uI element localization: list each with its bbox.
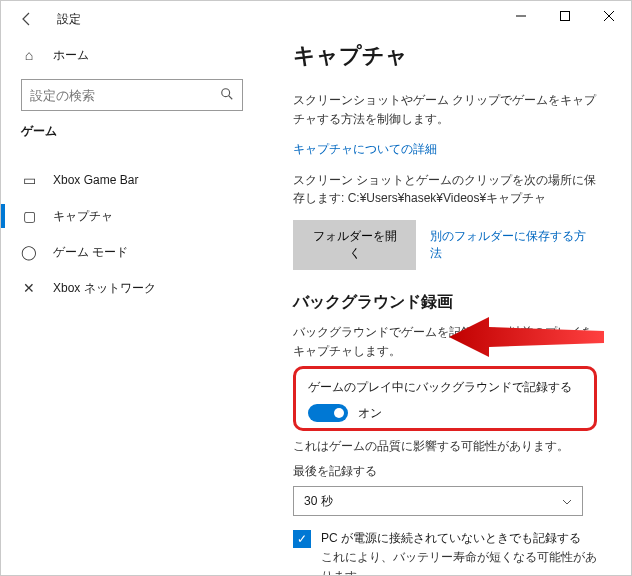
cb-on-battery-label: PC が電源に接続されていないときでも記録する bbox=[321, 530, 581, 547]
titlebar: 設定 bbox=[1, 1, 631, 37]
sidebar-item-label: Xbox ネットワーク bbox=[53, 280, 156, 297]
bg-desc: バックグラウンドでゲームを記録して、以前のプレイをキャプチャします。 bbox=[293, 323, 597, 360]
last-label: 最後を記録する bbox=[293, 462, 597, 481]
sidebar-item-label: ホーム bbox=[53, 47, 89, 64]
save-other-link[interactable]: 別のフォルダーに保存する方法 bbox=[430, 228, 597, 262]
page-title: キャプチャ bbox=[293, 41, 597, 71]
maximize-button[interactable] bbox=[543, 1, 587, 31]
bg-toggle-highlight: ゲームのプレイ中にバックグラウンドで記録する オン bbox=[293, 366, 597, 431]
svg-rect-1 bbox=[561, 12, 570, 21]
cb1-note: これにより、バッテリー寿命が短くなる可能性があります。 bbox=[321, 548, 597, 575]
sidebar-item-xbox-game-bar[interactable]: ▭ Xbox Game Bar bbox=[1, 162, 243, 198]
sidebar-item-game-mode[interactable]: ◯ ゲーム モード bbox=[1, 234, 243, 270]
last-duration-value: 30 秒 bbox=[304, 493, 333, 510]
last-duration-select[interactable]: 30 秒 bbox=[293, 486, 583, 516]
bg-toggle-state: オン bbox=[358, 405, 382, 422]
back-button[interactable] bbox=[11, 3, 43, 35]
search-input[interactable] bbox=[30, 88, 220, 103]
search-input-wrap[interactable] bbox=[21, 79, 243, 111]
window-title: 設定 bbox=[57, 11, 81, 28]
sidebar-item-label: Xbox Game Bar bbox=[53, 173, 138, 187]
svg-line-5 bbox=[229, 95, 233, 99]
sidebar-item-xbox-network[interactable]: ✕ Xbox ネットワーク bbox=[1, 270, 243, 306]
network-icon: ✕ bbox=[21, 280, 37, 296]
sidebar: ⌂ ホーム ゲーム ▭ Xbox Game Bar ▢ キャプチャ ◯ ゲ bbox=[1, 37, 263, 575]
bg-heading: バックグラウンド録画 bbox=[293, 292, 597, 313]
sidebar-home[interactable]: ⌂ ホーム bbox=[1, 37, 243, 73]
capture-icon: ▢ bbox=[21, 208, 37, 224]
gamebar-icon: ▭ bbox=[21, 172, 37, 188]
search-icon bbox=[220, 87, 234, 104]
sidebar-category: ゲーム bbox=[21, 123, 243, 140]
game-mode-icon: ◯ bbox=[21, 244, 37, 260]
sidebar-item-label: ゲーム モード bbox=[53, 244, 128, 261]
sidebar-item-label: キャプチャ bbox=[53, 208, 113, 225]
main-panel: キャプチャ スクリーンショットやゲーム クリップでゲームをキャプチャする方法を制… bbox=[263, 37, 631, 575]
settings-window: 設定 ⌂ ホーム ゲーム ▭ Xbox Game Bar bbox=[0, 0, 632, 576]
intro-text: スクリーンショットやゲーム クリップでゲームをキャプチャする方法を制御します。 bbox=[293, 91, 597, 128]
bg-toggle[interactable] bbox=[308, 404, 348, 422]
save-location-text: スクリーン ショットとゲームのクリップを次の場所に保存します: C:¥Users… bbox=[293, 171, 597, 208]
svg-point-4 bbox=[222, 88, 230, 96]
cb-on-battery[interactable]: ✓ bbox=[293, 530, 311, 548]
open-folder-button[interactable]: フォルダーを開く bbox=[293, 220, 416, 270]
learn-more-link[interactable]: キャプチャについての詳細 bbox=[293, 142, 437, 156]
sidebar-item-capture[interactable]: ▢ キャプチャ bbox=[1, 198, 243, 234]
close-button[interactable] bbox=[587, 1, 631, 31]
minimize-button[interactable] bbox=[499, 1, 543, 31]
bg-note: これはゲームの品質に影響する可能性があります。 bbox=[293, 437, 597, 456]
chevron-down-icon bbox=[562, 494, 572, 508]
bg-toggle-label: ゲームのプレイ中にバックグラウンドで記録する bbox=[308, 379, 582, 396]
home-icon: ⌂ bbox=[21, 47, 37, 63]
